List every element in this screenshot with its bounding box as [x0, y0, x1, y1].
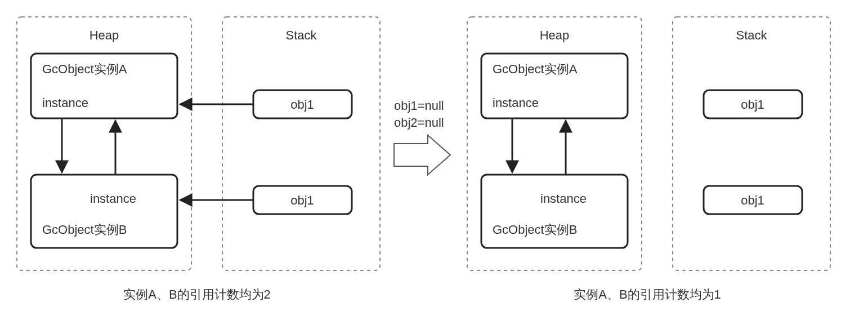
right-stack-var-2: obj1: [704, 186, 802, 214]
left-heap-container: Heap GcObject实例A instance instance GcObj…: [17, 17, 191, 270]
left-caption: 实例A、B的引用计数均为2: [123, 287, 271, 301]
right-object-a-field: instance: [493, 96, 539, 110]
right-stack-var-2-label: obj1: [741, 193, 764, 207]
left-stack-var-2: obj1: [253, 186, 352, 214]
left-object-a-field: instance: [42, 96, 88, 110]
transition-arrow-icon: [394, 135, 450, 175]
left-object-b: instance GcObject实例B: [31, 175, 177, 248]
right-heap-title: Heap: [540, 28, 570, 42]
left-heap-title: Heap: [90, 28, 119, 42]
transition-line-1: obj1=null: [394, 99, 444, 113]
right-panel: Heap GcObject实例A instance instance GcObj…: [467, 17, 830, 301]
left-stack-container: Stack obj1 obj1: [180, 17, 380, 270]
left-stack-var-2-label: obj1: [290, 193, 314, 207]
right-stack-var-1: obj1: [704, 90, 802, 118]
left-stack-var-1-label: obj1: [290, 97, 314, 112]
left-object-a: GcObject实例A instance: [31, 54, 177, 118]
right-stack-var-1-label: obj1: [741, 97, 764, 112]
right-object-a: GcObject实例A instance: [481, 54, 628, 118]
right-caption: 实例A、B的引用计数均为1: [574, 287, 721, 301]
right-object-b-field: instance: [540, 192, 587, 206]
svg-rect-3: [222, 17, 380, 270]
transition-group: obj1=null obj2=null: [394, 99, 450, 175]
right-stack-title: Stack: [736, 28, 767, 42]
left-stack-var-1: obj1: [253, 90, 352, 118]
right-object-b: instance GcObject实例B: [481, 175, 628, 248]
left-object-a-title: GcObject实例A: [42, 62, 127, 76]
left-object-b-title: GcObject实例B: [42, 223, 127, 237]
left-object-b-field: instance: [90, 192, 136, 206]
left-stack-title: Stack: [285, 28, 317, 42]
svg-rect-8: [481, 175, 628, 248]
left-panel: Heap GcObject实例A instance instance GcObj…: [17, 17, 380, 301]
transition-line-2: obj2=null: [394, 115, 444, 130]
diagram-root: Heap GcObject实例A instance instance GcObj…: [0, 0, 868, 311]
right-object-a-title: GcObject实例A: [493, 62, 578, 76]
svg-rect-2: [31, 175, 177, 248]
svg-rect-9: [673, 17, 830, 270]
right-object-b-title: GcObject实例B: [493, 223, 577, 237]
right-heap-container: Heap GcObject实例A instance instance GcObj…: [467, 17, 642, 270]
right-stack-container: Stack obj1 obj1: [673, 17, 830, 270]
